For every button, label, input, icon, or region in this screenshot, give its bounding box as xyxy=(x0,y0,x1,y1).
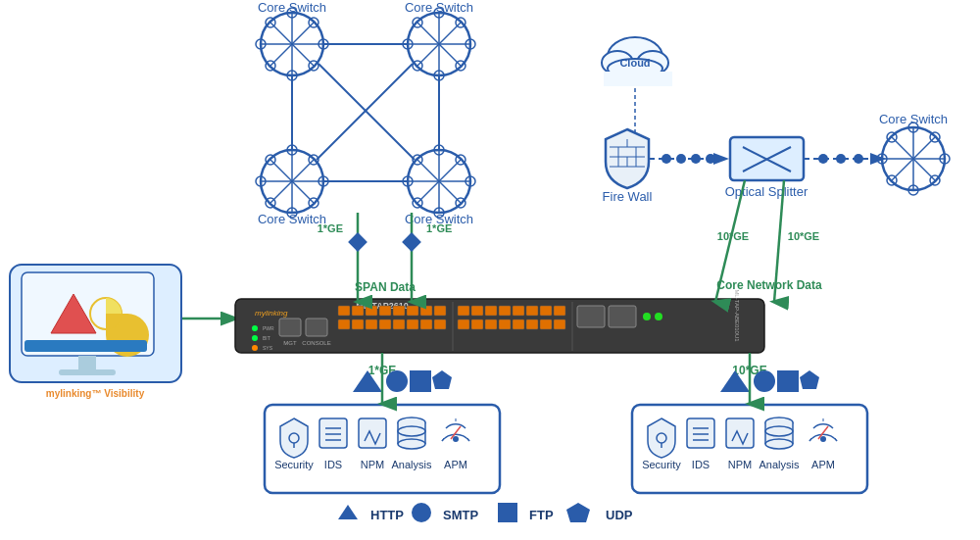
svg-text:MGT: MGT xyxy=(283,340,297,346)
security2-label: Security xyxy=(642,459,681,470)
udp-legend: UDP xyxy=(606,508,633,522)
core-network-data-label: Core Network Data xyxy=(716,278,822,292)
svg-rect-47 xyxy=(554,306,565,316)
svg-rect-121 xyxy=(348,232,368,252)
core-switch-tl-label: Core Switch xyxy=(258,0,326,15)
svg-rect-50 xyxy=(485,319,497,329)
svg-point-212 xyxy=(765,439,793,449)
core-switch-fr-label: Core Switch xyxy=(879,112,948,126)
svg-point-145 xyxy=(676,154,686,164)
analysis1-label: Analysis xyxy=(392,459,432,470)
svg-text:ML-TAP-ABE010U1: ML-TAP-ABE010U1 xyxy=(734,289,740,342)
svg-rect-27 xyxy=(393,306,405,316)
svg-rect-43 xyxy=(499,306,511,316)
svg-rect-5 xyxy=(24,340,147,352)
apm2-label: APM xyxy=(811,459,835,470)
svg-text:mylinking: mylinking xyxy=(255,309,288,318)
apm1-label: APM xyxy=(444,459,467,470)
svg-rect-49 xyxy=(471,319,483,329)
svg-rect-58 xyxy=(609,306,636,327)
svg-point-147 xyxy=(706,154,715,164)
svg-rect-125 xyxy=(402,232,421,252)
svg-point-59 xyxy=(643,313,651,320)
svg-point-189 xyxy=(398,426,425,436)
svg-rect-24 xyxy=(352,306,364,316)
svg-line-118 xyxy=(318,64,415,160)
svg-rect-28 xyxy=(407,306,418,316)
svg-rect-41 xyxy=(471,306,483,316)
svg-text:10*GE: 10*GE xyxy=(788,230,819,242)
svg-rect-6 xyxy=(78,356,96,369)
svg-point-191 xyxy=(453,436,459,442)
svg-marker-220 xyxy=(338,505,358,519)
ids2-label: IDS xyxy=(692,459,710,470)
svg-rect-174 xyxy=(410,370,431,392)
svg-point-215 xyxy=(820,436,826,442)
svg-rect-179 xyxy=(319,418,347,448)
svg-rect-40 xyxy=(458,306,469,316)
npm2-label: NPM xyxy=(728,459,752,470)
cloud-label: Cloud xyxy=(619,57,650,69)
svg-rect-35 xyxy=(393,319,405,329)
svg-point-152 xyxy=(818,154,828,164)
svg-rect-222 xyxy=(498,503,517,522)
svg-point-153 xyxy=(836,154,846,164)
svg-rect-33 xyxy=(366,319,377,329)
svg-rect-19 xyxy=(279,319,301,336)
svg-point-14 xyxy=(252,345,258,351)
svg-text:CONSOLE: CONSOLE xyxy=(302,340,330,346)
svg-rect-52 xyxy=(513,319,524,329)
svg-point-154 xyxy=(854,154,863,164)
svg-point-13 xyxy=(252,335,258,341)
svg-rect-44 xyxy=(513,306,524,316)
svg-marker-175 xyxy=(432,370,452,389)
svg-rect-7 xyxy=(59,369,116,375)
svg-rect-45 xyxy=(526,306,538,316)
svg-rect-48 xyxy=(458,319,469,329)
svg-rect-34 xyxy=(379,319,391,329)
svg-rect-42 xyxy=(485,306,497,316)
svg-text:1*GE: 1*GE xyxy=(318,222,343,234)
core-switch-bl-label: Core Switch xyxy=(258,212,326,226)
svg-rect-32 xyxy=(352,319,364,329)
svg-rect-132 xyxy=(604,72,672,86)
svg-point-188 xyxy=(398,439,425,449)
svg-line-119 xyxy=(317,64,413,160)
ids1-label: IDS xyxy=(324,459,342,470)
core-switch-tr-label: Core Switch xyxy=(405,0,473,15)
svg-point-12 xyxy=(252,325,258,331)
svg-rect-53 xyxy=(526,319,538,329)
svg-point-221 xyxy=(412,503,431,522)
svg-rect-198 xyxy=(777,370,799,392)
svg-rect-55 xyxy=(554,319,565,329)
svg-point-60 xyxy=(655,313,662,320)
svg-point-146 xyxy=(691,154,701,164)
svg-marker-223 xyxy=(566,503,590,522)
svg-rect-26 xyxy=(379,306,391,316)
svg-text:1*GE: 1*GE xyxy=(426,222,452,234)
svg-rect-57 xyxy=(577,306,605,327)
http-legend: HTTP xyxy=(370,508,404,522)
span-data-label: SPAN Data xyxy=(355,280,416,294)
svg-rect-183 xyxy=(359,418,386,448)
svg-rect-37 xyxy=(420,319,432,329)
svg-text:PWR: PWR xyxy=(263,325,274,331)
svg-rect-38 xyxy=(434,319,446,329)
npm1-label: NPM xyxy=(361,459,384,470)
svg-point-173 xyxy=(386,370,408,392)
svg-rect-54 xyxy=(540,319,552,329)
svg-rect-203 xyxy=(687,418,714,448)
smtp-legend: SMTP xyxy=(443,508,478,522)
security1-label: Security xyxy=(274,459,314,470)
svg-rect-36 xyxy=(407,319,418,329)
svg-marker-199 xyxy=(800,370,819,389)
svg-rect-25 xyxy=(366,306,377,316)
ftp-legend: FTP xyxy=(529,508,554,522)
svg-rect-207 xyxy=(726,418,754,448)
svg-text:mylinking™ Visibility: mylinking™ Visibility xyxy=(46,388,145,399)
diagram-container: mylinking™ Visibility mylinking PWR BIT … xyxy=(0,0,980,540)
firewall-label: Fire Wall xyxy=(603,189,653,204)
svg-rect-46 xyxy=(540,306,552,316)
analysis2-label: Analysis xyxy=(760,459,800,470)
svg-point-197 xyxy=(754,370,775,392)
